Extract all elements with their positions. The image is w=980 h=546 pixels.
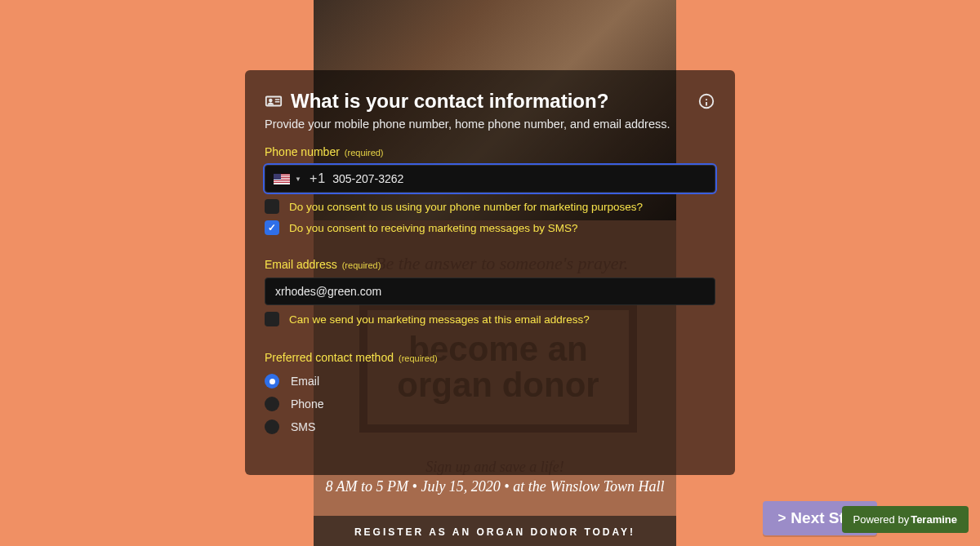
phone-input[interactable] (332, 172, 706, 185)
contact-card-icon (265, 92, 283, 110)
hero-datetime: 8 AM to 5 PM • July 15, 2020 • at the Wi… (314, 478, 676, 495)
email-input[interactable] (275, 285, 705, 298)
us-flag-icon[interactable] (274, 174, 290, 184)
email-input-wrap[interactable] (265, 277, 715, 305)
contact-info-card: What is your contact information? Provid… (245, 70, 735, 475)
contact-method-label: Preferred contact method(required) (265, 351, 715, 364)
phone-label: Phone number(required) (265, 145, 715, 158)
info-icon[interactable] (697, 92, 715, 110)
radio-sms-label: SMS (291, 420, 315, 433)
email-marketing-label: Can we send you marketing messages at th… (289, 313, 590, 326)
radio-sms[interactable] (265, 419, 279, 434)
radio-phone-label: Phone (291, 397, 323, 411)
register-bar[interactable]: REGISTER AS AN ORGAN DONOR TODAY! (314, 516, 676, 546)
card-subtitle: Provide your mobile phone number, home p… (265, 118, 715, 131)
chevron-right-icon: > (777, 510, 786, 526)
radio-phone[interactable] (265, 397, 279, 411)
radio-email-label: Email (291, 375, 319, 388)
powered-by-badge[interactable]: Powered byTeramine (842, 506, 969, 533)
phone-marketing-checkbox[interactable] (265, 199, 279, 214)
sms-consent-checkbox[interactable] (265, 220, 279, 235)
email-marketing-checkbox[interactable] (265, 312, 279, 326)
phone-marketing-label: Do you consent to us using your phone nu… (289, 201, 643, 213)
card-title: What is your contact information? (291, 90, 689, 113)
phone-input-wrap[interactable]: ▼ +1 (265, 165, 715, 193)
email-label: Email address(required) (265, 258, 715, 271)
country-code: +1 (310, 171, 326, 186)
chevron-down-icon[interactable]: ▼ (295, 175, 301, 183)
sms-consent-label: Do you consent to receiving marketing me… (289, 222, 577, 234)
radio-email[interactable] (265, 374, 279, 388)
